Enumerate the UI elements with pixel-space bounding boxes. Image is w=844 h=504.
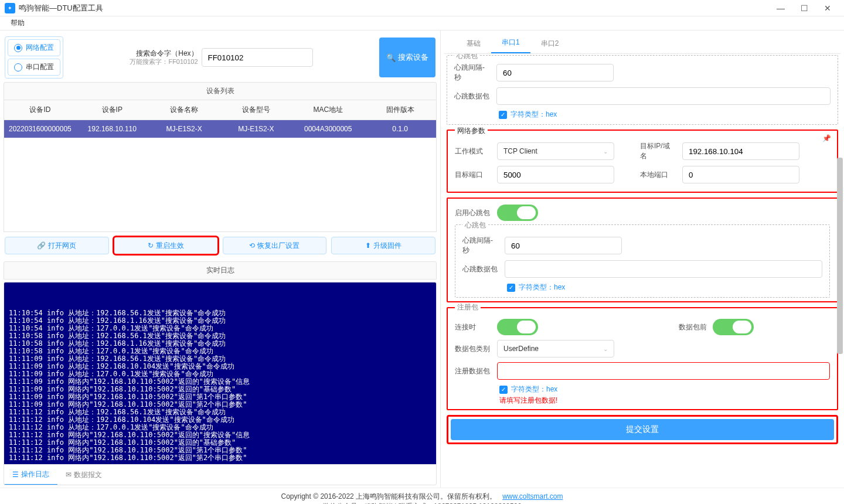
scrollbar-track[interactable]: [837, 48, 843, 485]
maximize-button[interactable]: ☐: [792, 4, 816, 13]
device-table: 设备ID 设备IP 设备名称 设备型号 MAC地址 固件版本 202203160…: [4, 100, 437, 232]
col-model: 设备型号: [220, 100, 292, 120]
tab-basic[interactable]: 基础: [456, 34, 491, 53]
reg-data-label: 注册数据包: [455, 366, 491, 376]
mail-icon: ✉: [66, 471, 72, 479]
col-id: 设备ID: [4, 100, 76, 120]
search-device-button[interactable]: 🔍搜索设备: [379, 38, 435, 77]
hex-checkbox3[interactable]: ✓: [499, 386, 508, 394]
hex-label: 字符类型：hex: [511, 110, 557, 120]
register-legend: 注册包: [455, 302, 481, 312]
factory-reset-button[interactable]: ⟲恢复出厂设置: [223, 237, 327, 254]
table-row[interactable]: 2022031600000005 192.168.10.110 MJ-E1S2-…: [4, 120, 436, 138]
log-panel: 11:10:54 info 从地址：192.168.56.1发送"搜索设备"命令…: [4, 282, 437, 485]
radio-serial-config[interactable]: 串口配置: [8, 59, 60, 76]
hex-label2: 字符类型：hex: [519, 282, 565, 292]
search-cmd-sublabel: 万能搜索字：FF010102: [130, 57, 198, 66]
chevron-down-icon: ⌄: [603, 346, 608, 352]
connect-label: 连接时: [455, 322, 491, 332]
footer-link[interactable]: www.coltsmart.com: [502, 492, 563, 500]
hb-data-input[interactable]: [496, 87, 831, 105]
upload-icon: ⬆: [365, 241, 371, 250]
hb-data-label: 心跳数据包: [454, 91, 491, 101]
cell-fw: 0.1.0: [364, 120, 436, 138]
heartbeat-mid-legend: 心跳包: [462, 220, 488, 230]
heartbeat-mid-fieldset: 心跳包 心跳间隔-秒 心跳数据包 ✓字符类型：hex: [455, 224, 830, 298]
search-cmd-label: 搜索命令字（Hex）: [130, 49, 198, 57]
tab-port1[interactable]: 串口1: [491, 33, 530, 53]
hb-interval-label2: 心跳间隔-秒: [462, 236, 499, 256]
before-data-label: 数据包前: [679, 322, 707, 332]
target-port-input[interactable]: [497, 166, 614, 183]
local-port-label: 本地端口: [640, 170, 676, 180]
minimize-button[interactable]: —: [769, 4, 792, 13]
hex-label3: 字符类型：hex: [511, 384, 557, 394]
cell-ip: 192.168.10.110: [76, 120, 148, 138]
menu-bar: 帮助: [0, 16, 844, 30]
copyright-text: Copyright © 2016-2022 上海鸣驹智能科技有限公司。保留所有权…: [281, 492, 497, 500]
restart-apply-button[interactable]: ↻重启生效: [114, 237, 218, 254]
col-ip: 设备IP: [76, 100, 148, 120]
device-table-header: 设备ID 设备IP 设备名称 设备型号 MAC地址 固件版本: [4, 100, 436, 120]
menu-help[interactable]: 帮助: [6, 16, 29, 30]
cell-name: MJ-E1S2-X: [148, 120, 220, 138]
title-bar: ✦ 鸣驹智能—DTU配置工具 — ☐ ✕: [0, 0, 844, 16]
work-mode-select[interactable]: TCP Client⌄: [497, 142, 614, 160]
search-icon: 🔍: [386, 53, 396, 62]
pkg-type-select[interactable]: UserDefine⌄: [497, 340, 614, 357]
netparams-legend: 网络参数: [455, 126, 488, 136]
hex-checkbox[interactable]: ✓: [499, 111, 507, 119]
search-cmd-input[interactable]: [202, 48, 313, 67]
list-icon: ☰: [12, 471, 19, 479]
log-body[interactable]: 11:10:54 info 从地址：192.168.56.1发送"搜索设备"命令…: [4, 282, 436, 464]
hex-checkbox2[interactable]: ✓: [507, 284, 515, 292]
footer-sub: 微信公众号：鸣驹智能 | 联系方式：18672371835 1316336950…: [0, 502, 844, 504]
heartbeat-enable-toggle[interactable]: [497, 205, 538, 221]
local-port-input[interactable]: [682, 166, 799, 183]
hb-interval-input[interactable]: [496, 64, 614, 81]
config-tabs: 基础 串口1 串口2: [444, 33, 840, 54]
open-webpage-button[interactable]: 🔗打开网页: [5, 237, 109, 254]
register-fieldset: 注册包 连接时 数据包前 数据包类别 UserDefine⌄ 注册数据包: [447, 307, 838, 410]
device-list-title: 设备列表: [4, 82, 437, 100]
radio-label: 网络配置: [26, 43, 54, 53]
close-button[interactable]: ✕: [816, 4, 839, 13]
pkg-type-label: 数据包类别: [455, 344, 491, 354]
register-data-input[interactable]: [497, 362, 830, 380]
tab-data-packet[interactable]: ✉数据报文: [57, 465, 110, 485]
cell-id: 2022031600000005: [4, 120, 76, 138]
mode-label: 工作模式: [455, 147, 491, 156]
pin-icon[interactable]: 📌: [822, 134, 831, 142]
col-fw: 固件版本: [364, 100, 436, 120]
chevron-down-icon: ⌄: [603, 148, 608, 155]
log-title: 实时日志: [4, 261, 437, 280]
radio-network-config[interactable]: 网络配置: [8, 39, 60, 56]
register-error-text: 请填写注册包数据!: [499, 396, 830, 406]
target-port-label: 目标端口: [455, 170, 491, 180]
hb-data-input2[interactable]: [505, 260, 822, 278]
left-panel: 网络配置 串口配置 搜索命令字（Hex） 万能搜索字：FF010102 🔍搜索设…: [0, 30, 441, 488]
tab-op-log[interactable]: ☰操作日志: [4, 465, 57, 485]
submit-highlight: 提交设置: [447, 415, 838, 444]
scrollbar-thumb[interactable]: [837, 158, 843, 355]
submit-settings-button[interactable]: 提交设置: [451, 419, 834, 440]
upgrade-firmware-button[interactable]: ⬆升级固件: [331, 237, 435, 254]
footer: Copyright © 2016-2022 上海鸣驹智能科技有限公司。保留所有权…: [0, 488, 844, 504]
hb-enable-label: 启用心跳包: [455, 208, 491, 218]
radio-label: 串口配置: [26, 62, 54, 72]
tab-port2[interactable]: 串口2: [530, 34, 570, 53]
col-mac: MAC地址: [292, 100, 364, 120]
hb-interval-label: 心跳间隔-秒: [454, 63, 491, 83]
config-mode-radio: 网络配置 串口配置: [5, 36, 63, 79]
cell-mac: 0004A3000005: [292, 120, 364, 138]
refresh-icon: ↻: [148, 241, 154, 250]
before-data-toggle[interactable]: [713, 319, 754, 335]
app-logo: ✦: [5, 3, 15, 13]
connect-toggle[interactable]: [497, 319, 538, 335]
target-ip-input[interactable]: [682, 142, 799, 160]
hb-interval-input2[interactable]: [505, 237, 622, 254]
hb-data-label2: 心跳数据包: [462, 264, 499, 274]
undo-icon: ⟲: [249, 241, 255, 250]
search-btn-label: 搜索设备: [398, 52, 428, 63]
heartbeat-top-fieldset: 心跳包 心跳间隔-秒 心跳数据包 ✓字符类型：hex: [447, 55, 838, 125]
